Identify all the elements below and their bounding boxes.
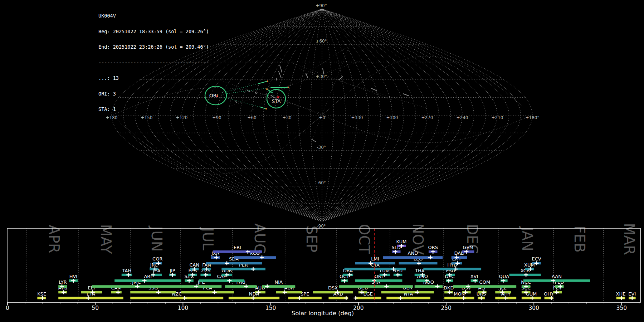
sporadic-meteor	[276, 78, 277, 80]
shower-bar-sta	[339, 285, 413, 288]
sporadic-meteor	[339, 77, 343, 80]
shower-meteor	[258, 81, 267, 84]
peak-marker-dpc	[447, 279, 451, 283]
latitude-label: -60°	[317, 180, 326, 185]
peak-marker-jpe	[194, 284, 198, 288]
longitude-label: +240	[457, 115, 468, 120]
peak-marker-ecv	[535, 261, 539, 265]
observation-header: UK004V Beg: 20251022 18:33:59 (sol = 209…	[98, 3, 209, 122]
longitude-label: +30	[282, 115, 291, 120]
sporadic-meteor	[280, 65, 282, 72]
sky-map-svg: +90°+60°+30°-30°-60°-90°+180+150+120+90+…	[0, 0, 644, 322]
begin-time-line: Beg: 20251022 18:33:59 (sol = 209.26°)	[98, 29, 209, 34]
peak-marker-ari	[142, 279, 147, 283]
shower-bar-eri	[213, 250, 262, 253]
shower-bar-dsx	[313, 291, 353, 293]
peak-marker-aur	[283, 290, 287, 294]
shower-label-cor: COR	[152, 256, 162, 262]
latitude-label: -30°	[317, 145, 326, 150]
sporadic-track	[299, 69, 426, 108]
peak-marker-evi	[630, 296, 634, 300]
shower-meteor	[271, 87, 288, 88]
meteor-begin-dot	[265, 108, 267, 109]
meteor-observation-screen: +90°+60°+30°-30°-60°-90°+180+150+120+90+…	[0, 0, 644, 322]
peak-marker-jip	[170, 273, 175, 277]
shower-label-xvi: XVI	[470, 274, 478, 279]
peak-marker-ard	[344, 296, 348, 300]
sporadic-meteor	[279, 72, 281, 78]
peak-marker-dkd	[448, 290, 452, 294]
shower-bar-com	[453, 285, 517, 288]
shower-label-and: AND	[408, 250, 418, 256]
shower-label-tah: TAH	[122, 268, 132, 273]
shower-bar-cap	[199, 279, 245, 282]
shower-bar-ori	[355, 279, 402, 282]
peak-marker-hvi	[71, 279, 75, 283]
peak-marker-mon	[462, 296, 466, 300]
shower-label-dsx: DSX	[328, 285, 338, 291]
peak-marker-oer	[415, 290, 419, 294]
peak-marker-kse	[40, 296, 45, 300]
end-time-line: End: 20251022 23:26:26 (sol = 209.46°)	[98, 44, 209, 50]
shower-label-ari: ARI	[144, 274, 152, 279]
shower-label-ecv: ECV	[532, 256, 541, 262]
peak-marker-sda	[225, 261, 229, 265]
tick-label: 50	[92, 305, 99, 311]
peak-marker-gum	[530, 296, 534, 300]
latitude-label: +30°	[316, 74, 327, 79]
shower-bar-mon	[444, 297, 474, 299]
sporadic-meteor	[312, 139, 316, 142]
tick-label: 100	[178, 305, 189, 311]
sporadic-track	[229, 61, 361, 107]
shower-label-qua: QUA	[499, 274, 509, 279]
longitude-label: +330	[351, 115, 363, 120]
shower-meteor	[260, 107, 266, 109]
peak-marker-nia	[265, 284, 269, 288]
peak-marker-jmc	[135, 284, 140, 288]
shower-label-evi: EVI	[628, 291, 636, 297]
longitude-label: +270	[421, 115, 433, 120]
shower-bar-kcg	[234, 256, 276, 259]
peak-marker-zcs	[204, 273, 208, 277]
peak-marker-urs	[479, 296, 483, 300]
shower-bar-pau	[225, 285, 257, 288]
peak-marker-per	[251, 267, 255, 271]
separator-line: --------------------------------------	[98, 60, 209, 65]
tick-label: 300	[528, 305, 539, 311]
peak-marker-nta	[398, 296, 402, 300]
radiant-label-ORI: ORI	[209, 93, 218, 98]
shower-bar-ssg	[130, 291, 176, 293]
peak-marker-nda	[251, 296, 255, 300]
peak-marker-ahy	[504, 296, 508, 300]
peak-marker-spe	[298, 296, 302, 300]
peak-marker-tah	[126, 273, 131, 277]
sporadic-count: ...: 13	[98, 75, 209, 81]
peak-marker-sta	[384, 284, 389, 288]
peak-marker-noo	[435, 284, 439, 288]
shower-label-gem: GEM	[463, 245, 474, 250]
shower-label-eri: ERI	[234, 245, 241, 250]
month-label-apr: APR	[46, 225, 62, 253]
peak-marker-eta	[86, 296, 91, 300]
shower-label-ors: ORS	[428, 245, 438, 250]
peak-marker-qua	[501, 279, 505, 283]
sporadic-meteor	[235, 101, 237, 103]
shower-label-nia: NIA	[274, 279, 283, 285]
peak-marker-szc	[187, 279, 191, 283]
meteor-trail	[224, 97, 260, 107]
meteor-begin-dot	[267, 80, 268, 82]
month-label-feb: FEB	[571, 225, 588, 253]
shower-label-xhe: XHE	[616, 291, 625, 297]
tick-label: 0	[6, 305, 9, 311]
peak-marker-fev	[555, 290, 559, 294]
shower-bar-aur	[276, 291, 302, 293]
shower-label-kse: KSE	[37, 291, 46, 297]
peak-marker-ors	[431, 250, 435, 254]
peak-marker-eri	[246, 250, 250, 254]
grid-meridian	[322, 9, 497, 221]
peak-marker-cap	[227, 279, 231, 283]
tick-label: 250	[441, 305, 452, 311]
shower-bar-spe	[288, 297, 322, 299]
shower-bar-ege	[355, 297, 381, 299]
ori-count: ORI: 3	[98, 91, 209, 97]
